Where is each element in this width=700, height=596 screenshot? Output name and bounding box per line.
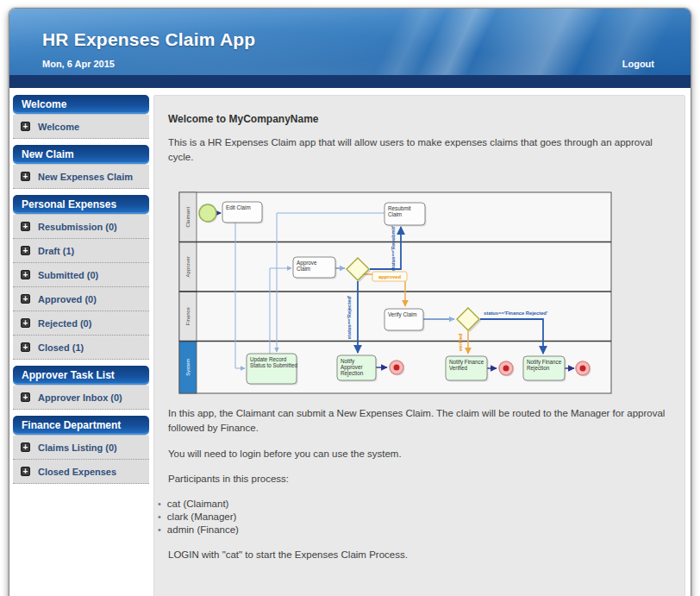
sidebar-item-rejected-0[interactable]: +Rejected (0)	[13, 311, 149, 336]
sidebar-item-approved-0[interactable]: +Approved (0)	[13, 287, 149, 311]
intro-paragraph: This is a HR Expenses Claim app that wil…	[168, 135, 671, 164]
participant-admin-finance: admin (Finance)	[158, 524, 671, 536]
sidebar-section-header-personal-expenses: Personal Expenses	[13, 195, 149, 214]
sidebar-nav: Welcome+WelcomeNew Claim+New Expenses Cl…	[13, 95, 149, 596]
node-end2	[499, 361, 515, 377]
app-title: HR Expenses Claim App	[42, 29, 255, 50]
plus-box-icon: +	[21, 222, 30, 231]
sidebar-section-welcome: Welcome+Welcome	[13, 95, 149, 139]
edge-label-approved: approved	[378, 274, 402, 279]
sidebar-item-submitted-0[interactable]: +Submitted (0)	[13, 263, 149, 287]
plus-box-icon: +	[21, 392, 30, 402]
svg-text:System: System	[185, 359, 191, 376]
routing-paragraph: In this app, the Claimant can submit a N…	[168, 406, 671, 435]
participant-clark-manager: clark (Manager)	[158, 511, 671, 524]
logout-link[interactable]: Logout	[622, 59, 654, 69]
login-paragraph: You will need to login before you can us…	[168, 447, 671, 461]
app-window: HR Expenses Claim App Mon, 6 Apr 2015 Lo…	[9, 8, 691, 596]
sidebar-section-header-welcome: Welcome	[13, 95, 149, 114]
node-notify_approver_rejection: NotifyApproverRejection	[337, 355, 378, 382]
sidebar-section-header-approver-task-list: Approver Task List	[13, 366, 149, 385]
node-resubmit: ResubmitClaim	[384, 203, 427, 227]
node-end3	[576, 361, 591, 377]
sidebar-item-claims-listing-0[interactable]: +Claims Listing (0)	[13, 436, 149, 460]
process-diagram-image: ClaimantApproverFinanceSystemstatus=='Re…	[166, 175, 613, 395]
sidebar-item-label: Submitted (0)	[38, 270, 98, 280]
svg-text:Finance: Finance	[185, 307, 191, 326]
participants-paragraph: Participants in this process:	[168, 472, 671, 486]
node-start	[199, 204, 218, 223]
sidebar-section-approver-task-list: Approver Task List+Approver Inbox (0)	[13, 366, 149, 410]
node-end1	[390, 361, 405, 376]
sidebar-item-approver-inbox-0[interactable]: +Approver Inbox (0)	[13, 386, 149, 410]
participants-list: cat (Claimant)clark (Manager)admin (Fina…	[158, 498, 671, 536]
sidebar-section-new-claim: New Claim+New Expenses Claim	[13, 145, 149, 189]
plus-box-icon: +	[21, 318, 30, 328]
sidebar-item-label: Approved (0)	[38, 294, 97, 304]
node-edit: Edit Claim	[222, 202, 264, 224]
edge-label-rejected_condition: status=='Rejected'	[347, 295, 352, 339]
svg-text:Verify Claim: Verify Claim	[388, 311, 417, 318]
plus-box-icon: +	[21, 467, 30, 476]
node-notify_finance_rejection: Notify FinanceRejection	[523, 356, 566, 382]
sidebar-section-header-finance-department: Finance Department	[13, 416, 149, 435]
sidebar-item-closed-expenses[interactable]: +Closed Expenses	[13, 460, 149, 484]
node-notify_finance_verified: Notify FinanceVerified	[446, 356, 489, 382]
sidebar-item-label: Claims Listing (0)	[38, 442, 117, 453]
svg-text:Claimant: Claimant	[185, 207, 191, 228]
sidebar-item-label: Closed Expenses	[38, 467, 116, 477]
plus-box-icon: +	[21, 270, 30, 279]
edge-label-verified: verified	[458, 334, 463, 352]
sidebar-item-label: Draft (1)	[38, 246, 74, 256]
sidebar-item-label: Rejected (0)	[38, 318, 91, 329]
svg-text:Edit Claim: Edit Claim	[226, 204, 251, 210]
sidebar-item-label: Closed (1)	[38, 342, 84, 353]
sidebar-item-new-expenses-claim[interactable]: +New Expenses Claim	[13, 165, 149, 189]
sidebar-item-welcome[interactable]: +Welcome	[13, 115, 149, 139]
plus-box-icon: +	[21, 246, 30, 255]
sidebar-item-label: Resubmission (0)	[38, 222, 117, 232]
participant-cat-claimant: cat (Claimant)	[158, 498, 671, 511]
node-verify: Verify Claim	[384, 309, 425, 332]
sidebar-item-resubmission-0[interactable]: +Resubmission (0)	[13, 215, 149, 239]
plus-box-icon: +	[21, 122, 30, 131]
plus-box-icon: +	[21, 442, 30, 452]
sidebar-section-finance-department: Finance Department+Claims Listing (0)+Cl…	[13, 416, 149, 484]
node-approve: ApproveClaim	[293, 257, 337, 279]
welcome-heading: Welcome to MyCompanyName	[168, 113, 671, 125]
sidebar-item-label: New Expenses Claim	[38, 172, 133, 182]
sidebar-item-label: Approver Inbox (0)	[38, 392, 122, 403]
plus-box-icon: +	[21, 342, 30, 352]
edge-label-resubmit_condition: status=='Resubmit'	[391, 225, 396, 272]
plus-box-icon: +	[21, 172, 30, 181]
header-date: Mon, 6 Apr 2015	[42, 59, 115, 69]
sidebar-section-personal-expenses: Personal Expenses+Resubmission (0)+Draft…	[13, 195, 149, 360]
header-navy-strip	[9, 75, 691, 88]
content-panel: Welcome to MyCompanyName This is a HR Ex…	[153, 95, 685, 596]
app-header: HR Expenses Claim App Mon, 6 Apr 2015 Lo…	[9, 9, 691, 88]
node-update: Update RecordStatus to Submitted	[247, 354, 298, 386]
start-paragraph: LOGIN with "cat" to start the Expenses C…	[168, 548, 671, 562]
edge-label-finance_rejected_condition: status=='Finance Rejected'	[484, 311, 548, 316]
sidebar-item-label: Welcome	[38, 122, 79, 132]
page-body: Welcome+WelcomeNew Claim+New Expenses Cl…	[9, 88, 691, 596]
sidebar-item-closed-1[interactable]: +Closed (1)	[13, 336, 149, 360]
plus-box-icon: +	[21, 294, 30, 304]
svg-text:Approver: Approver	[185, 256, 191, 277]
sidebar-item-draft-1[interactable]: +Draft (1)	[13, 239, 149, 263]
sidebar-section-header-new-claim: New Claim	[13, 145, 149, 164]
